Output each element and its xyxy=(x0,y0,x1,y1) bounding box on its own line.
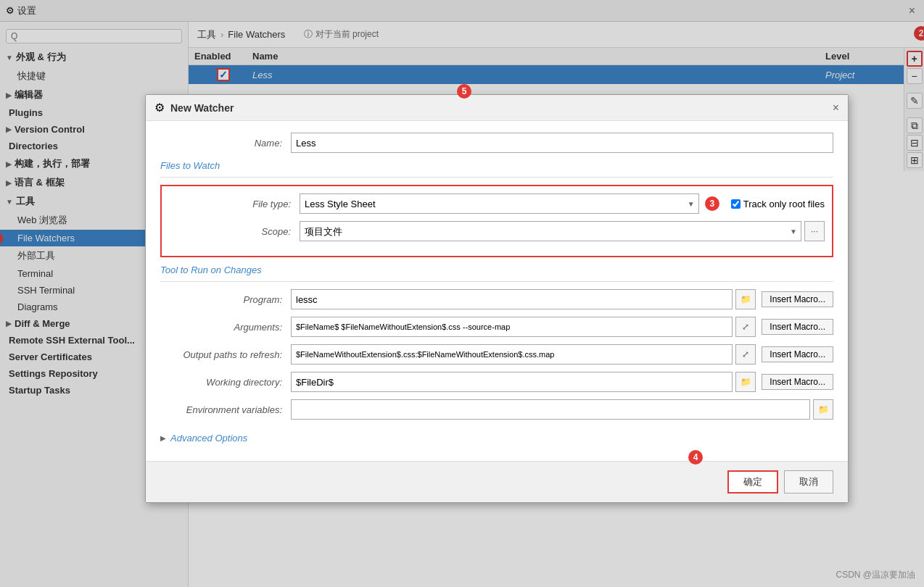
output-paths-input[interactable] xyxy=(291,344,733,365)
arguments-insert-macro-button[interactable]: Insert Macro... xyxy=(762,319,833,335)
scope-row: Scope: 项目文件 ▼ ··· xyxy=(169,221,825,241)
dialog-body: Name: Files to Watch File type: Less Sty… xyxy=(146,121,848,461)
program-input[interactable] xyxy=(291,289,733,309)
env-vars-label: Environment variables: xyxy=(160,404,291,415)
program-row: Program: 📁 Insert Macro... xyxy=(160,289,833,309)
arguments-input-group: ⤢ xyxy=(291,317,756,337)
file-type-row: File type: Less Style Sheet ▼ 3 Track on… xyxy=(169,193,825,214)
working-dir-input[interactable] xyxy=(291,372,733,392)
dialog-close-button[interactable]: × xyxy=(833,101,839,115)
track-only-root-container: Track only root files xyxy=(731,199,825,209)
annotation-3: 3 xyxy=(705,196,719,211)
output-paths-row: Output paths to refresh: ⤢ Insert Macro.… xyxy=(160,344,833,365)
ok-button[interactable]: 确定 xyxy=(727,470,778,494)
advanced-arrow-icon: ▶ xyxy=(160,434,166,442)
scope-select[interactable]: 项目文件 xyxy=(300,221,801,241)
annotation-4: 4 xyxy=(688,450,703,465)
env-vars-browse-button[interactable]: 📁 xyxy=(813,399,833,420)
file-type-select-wrapper: Less Style Sheet ▼ xyxy=(300,193,699,214)
dialog-title-text: New Watcher xyxy=(170,102,827,114)
output-paths-insert-macro-button[interactable]: Insert Macro... xyxy=(762,346,833,362)
tool-to-run-section: Tool to Run on Changes xyxy=(160,265,833,275)
env-vars-input-group: 📁 xyxy=(291,399,833,420)
name-label: Name: xyxy=(160,138,291,149)
advanced-options-row[interactable]: ▶ Advanced Options xyxy=(160,427,833,449)
program-browse-button[interactable]: 📁 xyxy=(735,289,756,309)
track-only-root-checkbox[interactable] xyxy=(731,199,741,209)
annotation-5: 5 xyxy=(457,84,471,99)
scope-select-wrapper: 项目文件 ▼ xyxy=(300,221,801,241)
arguments-expand-button[interactable]: ⤢ xyxy=(735,317,756,337)
output-paths-expand-button[interactable]: ⤢ xyxy=(735,344,756,365)
name-row: Name: xyxy=(160,133,833,153)
scope-label: Scope: xyxy=(169,226,300,237)
name-input[interactable] xyxy=(291,133,833,153)
arguments-label: Arguments: xyxy=(160,322,291,333)
program-input-group: 📁 xyxy=(291,289,756,309)
working-dir-insert-macro-button[interactable]: Insert Macro... xyxy=(762,374,833,390)
arguments-row: Arguments: ⤢ Insert Macro... xyxy=(160,317,833,337)
env-vars-row: Environment variables: 📁 xyxy=(160,399,833,420)
files-to-watch-section: Files to Watch xyxy=(160,160,833,171)
scope-browse-button[interactable]: ··· xyxy=(804,221,825,241)
files-to-watch-box: File type: Less Style Sheet ▼ 3 Track on… xyxy=(160,185,833,257)
track-only-root-label: Track only root files xyxy=(743,199,825,209)
program-label: Program: xyxy=(160,294,291,305)
working-dir-input-group: 📁 xyxy=(291,372,756,392)
new-watcher-dialog: ⚙ New Watcher × Name: Files to Watch Fil… xyxy=(145,94,849,503)
working-dir-browse-button[interactable]: 📁 xyxy=(735,372,756,392)
program-insert-macro-button[interactable]: Insert Macro... xyxy=(762,291,833,307)
arguments-input[interactable] xyxy=(291,317,733,337)
output-paths-label: Output paths to refresh: xyxy=(160,349,291,360)
env-vars-input[interactable] xyxy=(291,399,810,420)
file-type-label: File type: xyxy=(169,199,300,209)
dialog-title-icon: ⚙ xyxy=(154,101,165,115)
file-type-select[interactable]: Less Style Sheet xyxy=(300,193,699,214)
output-paths-input-group: ⤢ xyxy=(291,344,756,365)
cancel-button[interactable]: 取消 xyxy=(784,470,833,494)
dialog-title-bar: ⚙ New Watcher × xyxy=(146,95,848,121)
dialog-footer: 4 确定 取消 xyxy=(146,461,848,502)
working-dir-label: Working directory: xyxy=(160,377,291,388)
advanced-options-label: Advanced Options xyxy=(170,433,247,444)
scope-input-group: 项目文件 ▼ ··· xyxy=(300,221,825,241)
working-dir-row: Working directory: 📁 Insert Macro... xyxy=(160,372,833,392)
